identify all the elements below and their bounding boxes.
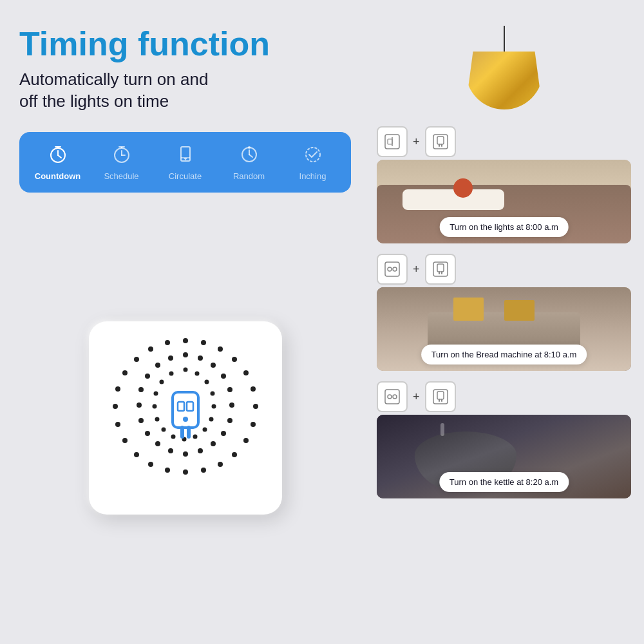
lights-caption: Turn on the lights at 8:00 a.m [439, 217, 569, 237]
svg-point-62 [183, 368, 187, 372]
svg-point-19 [201, 340, 206, 345]
svg-point-17 [306, 147, 320, 162]
svg-rect-96 [439, 271, 440, 274]
svg-point-56 [138, 418, 144, 423]
kettle-icons-row: + [377, 377, 631, 415]
kettle-photo: Turn on the kettle at 8:20 a.m [377, 415, 631, 498]
svg-point-66 [211, 404, 216, 409]
lights-icons-row: + [377, 122, 631, 160]
svg-point-23 [251, 386, 256, 392]
scenario-kettle: + Turn on the kettle at 8:20 a. [377, 377, 631, 498]
kettle-caption: Turn on the kettle at 8:20 a.m [439, 472, 569, 492]
svg-point-75 [153, 392, 158, 396]
svg-rect-88 [437, 137, 444, 144]
toaster-photo: Turn on the Bread machine at 8:10 a.m [377, 287, 631, 371]
tab-circulate-label: Circulate [169, 171, 202, 181]
svg-point-60 [155, 363, 160, 368]
scenario-lights: + Turn on the lights [377, 122, 631, 243]
device-container [19, 205, 351, 631]
svg-point-40 [148, 346, 153, 352]
svg-point-49 [221, 431, 226, 436]
random-icon [240, 145, 259, 167]
plus-sign-3: + [413, 390, 420, 404]
svg-line-15 [249, 155, 252, 157]
tab-countdown-label: Countdown [35, 171, 80, 181]
timing-tabs: Countdown Schedule [19, 132, 351, 193]
svg-point-33 [134, 452, 139, 457]
svg-rect-80 [187, 426, 191, 439]
svg-point-42 [183, 352, 188, 357]
svg-point-24 [253, 404, 258, 409]
right-panel: + Turn on the lights [370, 0, 644, 644]
svg-point-31 [165, 468, 170, 473]
svg-point-32 [148, 462, 153, 467]
plus-sign-2: + [413, 263, 420, 276]
svg-point-26 [243, 438, 249, 443]
svg-point-39 [134, 357, 139, 362]
svg-rect-78 [173, 392, 198, 428]
svg-point-76 [159, 380, 164, 384]
svg-point-100 [393, 395, 397, 399]
subtitle: Automatically turn on andoff the lights … [19, 69, 351, 113]
plug-icon-box-3 [425, 381, 456, 412]
circulate-icon [176, 145, 195, 167]
svg-point-35 [115, 422, 120, 427]
svg-point-58 [138, 387, 144, 392]
svg-point-47 [229, 402, 234, 408]
svg-point-43 [198, 355, 203, 361]
svg-point-29 [201, 468, 206, 473]
tab-schedule[interactable]: Schedule [96, 145, 147, 181]
tab-circulate[interactable]: Circulate [160, 145, 211, 181]
svg-point-37 [115, 386, 120, 392]
svg-rect-81 [178, 402, 184, 411]
svg-point-38 [122, 370, 128, 375]
svg-point-16 [248, 146, 251, 149]
lamp-image [456, 19, 553, 109]
plug-icon-box-1 [425, 126, 456, 157]
bread-icons-row: + [377, 250, 631, 287]
svg-point-64 [204, 380, 209, 384]
svg-point-28 [218, 462, 223, 467]
right-inner: + Turn on the lights [377, 122, 631, 505]
left-panel: Timing function Automatically turn on an… [0, 0, 370, 644]
svg-rect-89 [439, 144, 440, 147]
svg-point-34 [122, 438, 128, 443]
svg-point-61 [168, 355, 173, 361]
svg-rect-102 [437, 392, 444, 399]
svg-point-59 [145, 374, 150, 379]
svg-point-45 [221, 374, 226, 379]
svg-point-22 [243, 370, 249, 375]
svg-point-25 [251, 422, 256, 427]
svg-point-30 [183, 469, 188, 475]
svg-point-50 [211, 441, 216, 446]
svg-point-73 [155, 417, 159, 422]
svg-point-63 [194, 372, 199, 376]
svg-point-83 [183, 417, 188, 422]
lamp-cord [504, 26, 505, 52]
tab-countdown[interactable]: Countdown [32, 145, 84, 181]
plug-icon [160, 386, 211, 450]
inching-icon [303, 145, 323, 167]
svg-rect-104 [441, 399, 442, 402]
svg-point-27 [232, 452, 237, 457]
svg-rect-79 [180, 426, 184, 439]
svg-rect-103 [439, 399, 440, 402]
device-card [89, 321, 282, 515]
tab-schedule-label: Schedule [104, 171, 138, 181]
tab-random[interactable]: Random [223, 145, 275, 181]
svg-rect-95 [437, 264, 444, 272]
svg-point-93 [393, 267, 397, 271]
tab-inching[interactable]: Inching [287, 145, 339, 181]
bread-caption: Turn on the Bread machine at 8:10 a.m [421, 345, 587, 365]
svg-point-57 [137, 402, 142, 408]
svg-rect-86 [388, 139, 392, 144]
socket-icon-box-2 [377, 381, 408, 412]
tab-inching-label: Inching [299, 171, 327, 181]
svg-point-20 [218, 346, 223, 352]
svg-point-99 [388, 395, 392, 399]
main-title: Timing function [19, 26, 351, 62]
lamp-section [377, 13, 631, 122]
svg-point-36 [113, 404, 118, 409]
svg-rect-97 [441, 271, 442, 274]
plus-sign-1: + [413, 135, 420, 149]
